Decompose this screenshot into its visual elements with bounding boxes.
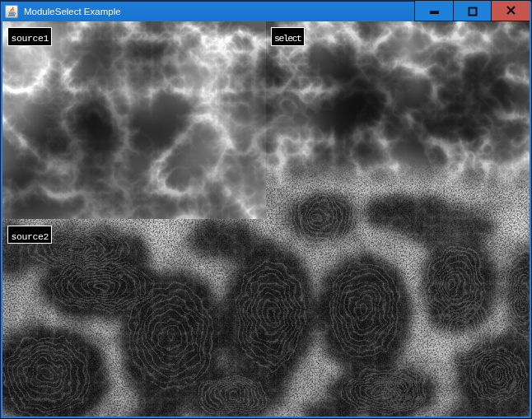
svg-text:select: select: [274, 33, 302, 44]
svg-text:source2: source2: [11, 231, 49, 242]
svg-text:source1: source1: [11, 33, 49, 44]
